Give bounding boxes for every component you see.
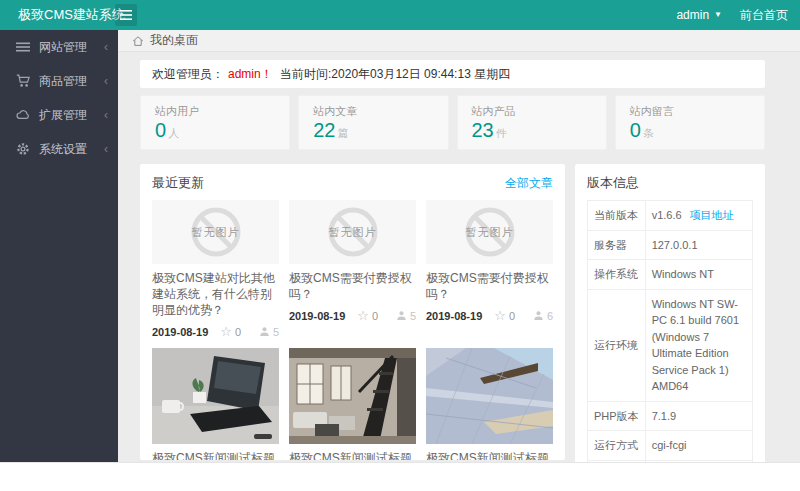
- sidebar-item-settings[interactable]: 系统设置 ‹: [0, 132, 118, 166]
- article-row-1: 暂无图片 极致CMS建站对比其他建站系统，有什么特别明显的优势？ 2019-08…: [152, 200, 553, 338]
- panel-title: 最近更新: [152, 174, 204, 192]
- cloud-icon: [16, 108, 30, 122]
- recent-updates-panel: 最近更新 全部文章 暂无图片 极致CMS: [140, 164, 565, 460]
- stats-row: 站内用户 0人 站内文章 22篇 站内产品 23件 站内留言 0条: [140, 95, 765, 150]
- article-date: 2019-08-19: [289, 310, 345, 322]
- bottom-strip: [0, 462, 800, 491]
- star-icon: ☆: [357, 309, 369, 322]
- table-row: 运行环境 Windows NT SW-PC 6.1 build 7601 (Wi…: [588, 289, 753, 401]
- table-row: 操作系统 Windows NT: [588, 260, 753, 290]
- frontend-home-link[interactable]: 前台首页: [740, 7, 788, 24]
- all-articles-link[interactable]: 全部文章: [505, 175, 553, 192]
- stat-value: 23: [472, 119, 494, 141]
- welcome-prefix: 欢迎管理员：: [152, 67, 224, 81]
- user-dropdown[interactable]: admin ▼: [676, 8, 722, 22]
- person-icon: [396, 310, 407, 321]
- stat-card-messages: 站内留言 0条: [615, 95, 765, 150]
- chevron-left-icon: ‹: [104, 40, 108, 54]
- panel-title: 版本信息: [587, 174, 753, 192]
- breadcrumb-label[interactable]: 我的桌面: [150, 32, 198, 49]
- chevron-left-icon: ‹: [104, 142, 108, 156]
- table-row: PHP版本 7.1.9: [588, 401, 753, 431]
- cart-icon: [16, 74, 30, 88]
- stat-value: 0: [155, 119, 166, 141]
- stat-value: 22: [313, 119, 335, 141]
- laptop-photo: [152, 348, 279, 444]
- chevron-left-icon: ‹: [104, 74, 108, 88]
- list-icon: [16, 40, 30, 54]
- star-icon: ☆: [494, 309, 506, 322]
- article-thumbnail: [289, 348, 416, 444]
- chevron-down-icon: ▼: [714, 11, 722, 19]
- gear-icon: [16, 142, 30, 156]
- sidebar-collapse-button[interactable]: [115, 4, 137, 26]
- article-card[interactable]: 暂无图片 极致CMS需要付费授权吗？ 2019-08-19 ☆0 5: [289, 200, 416, 338]
- user-name: admin: [676, 8, 709, 22]
- stat-card-users: 站内用户 0人: [140, 95, 290, 150]
- content: 欢迎管理员：admin！ 当前时间:2020年03月12日 09:44:13 星…: [118, 52, 800, 462]
- sidebar-item-extensions[interactable]: 扩展管理 ‹: [0, 98, 118, 132]
- article-thumbnail: 暂无图片: [426, 200, 553, 264]
- cms-admin-dashboard: 极致CMS建站系统 admin ▼ 前台首页 网站管理 ‹: [0, 0, 800, 491]
- table-row: 运行方式 cgi-fcgi: [588, 431, 753, 461]
- article-card[interactable]: 极致CMS新闻测试标题 2019-08-09 ☆0 6: [426, 348, 553, 460]
- hamburger-icon: [120, 10, 132, 20]
- welcome-time: 当前时间:2020年03月12日 09:44:13 星期四: [280, 67, 510, 81]
- article-card[interactable]: 暂无图片 极致CMS建站对比其他建站系统，有什么特别明显的优势？ 2019-08…: [152, 200, 279, 338]
- welcome-bar: 欢迎管理员：admin！ 当前时间:2020年03月12日 09:44:13 星…: [140, 60, 765, 88]
- version-info-panel: 版本信息 当前版本 v1.6.6项目地址 服务器 127.0.0.1: [575, 164, 765, 491]
- article-date: 2019-08-19: [152, 326, 208, 338]
- welcome-username: admin！: [228, 67, 273, 81]
- sidebar: 网站管理 ‹ 商品管理 ‹ 扩展管理 ‹ 系统设置 ‹: [0, 30, 118, 480]
- breadcrumb: 我的桌面: [118, 30, 800, 52]
- stat-card-articles: 站内文章 22篇: [298, 95, 448, 150]
- article-thumbnail: 暂无图片: [152, 200, 279, 264]
- sidebar-item-products[interactable]: 商品管理 ‹: [0, 64, 118, 98]
- article-card[interactable]: 暂无图片 极致CMS需要付费授权吗？ 2019-08-19 ☆0 6: [426, 200, 553, 338]
- article-card[interactable]: 极致CMS新闻测试标题1 2019-08-09 ☆0 15: [152, 348, 279, 460]
- article-date: 2019-08-19: [426, 310, 482, 322]
- person-icon: [533, 310, 544, 321]
- loft-photo: [289, 348, 416, 444]
- building-photo: [426, 348, 553, 444]
- chevron-left-icon: ‹: [104, 108, 108, 122]
- right-column: 版本信息 当前版本 v1.6.6项目地址 服务器 127.0.0.1: [575, 164, 765, 491]
- sidebar-item-website[interactable]: 网站管理 ‹: [0, 30, 118, 64]
- project-url-link[interactable]: 项目地址: [690, 209, 734, 221]
- main-area: 我的桌面 欢迎管理员：admin！ 当前时间:2020年03月12日 09:44…: [118, 30, 800, 462]
- stat-card-products: 站内产品 23件: [457, 95, 607, 150]
- article-card[interactable]: 极致CMS新闻测试标题 2019-08-09 ☆0 8: [289, 348, 416, 460]
- topbar-right: admin ▼ 前台首页: [676, 0, 788, 30]
- star-icon: ☆: [220, 325, 232, 338]
- table-row: 当前版本 v1.6.6项目地址: [588, 201, 753, 231]
- app-logo: 极致CMS建站系统: [18, 0, 125, 30]
- person-icon: [259, 326, 270, 337]
- article-row-2: 极致CMS新闻测试标题1 2019-08-09 ☆0 15: [152, 348, 553, 460]
- version-table: 当前版本 v1.6.6项目地址 服务器 127.0.0.1 操作系统 Windo…: [587, 200, 753, 490]
- table-row: 服务器 127.0.0.1: [588, 230, 753, 260]
- content-columns: 最近更新 全部文章 暂无图片 极致CMS: [140, 164, 765, 491]
- home-icon: [132, 35, 144, 47]
- article-thumbnail: [426, 348, 553, 444]
- stat-value: 0: [630, 119, 641, 141]
- article-thumbnail: 暂无图片: [289, 200, 416, 264]
- top-bar: 极致CMS建站系统 admin ▼ 前台首页: [0, 0, 800, 30]
- article-thumbnail: [152, 348, 279, 444]
